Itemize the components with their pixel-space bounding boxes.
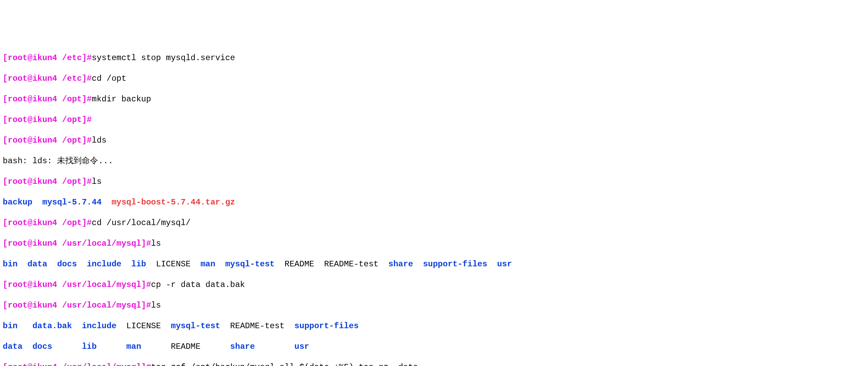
directory-item: backup xyxy=(3,198,32,207)
directory-item: data xyxy=(3,342,23,351)
directory-item: usr xyxy=(497,259,512,269)
prompt: [root@ikun4 /opt]# xyxy=(3,218,92,228)
directory-item: man xyxy=(200,259,215,269)
terminal-line: [root@ikun4 /opt]#mkdir backup xyxy=(3,94,865,104)
directory-item: mysql-test xyxy=(171,321,220,331)
terminal-line: [root@ikun4 /etc]#systemctl stop mysqld.… xyxy=(3,53,865,63)
command-text: cd /usr/local/mysql/ xyxy=(92,218,190,228)
command-text: mkdir backup xyxy=(92,95,151,104)
file-item: README-test xyxy=(324,259,378,269)
command-text: ls xyxy=(151,239,161,248)
ls-output: bin data.bak include LICENSE mysql-test … xyxy=(3,321,865,331)
command-text: tar zcf /opt/backup/mysql_all_$(date +%F… xyxy=(151,363,418,366)
command-text: lds xyxy=(92,136,106,145)
terminal-line: [root@ikun4 /usr/local/mysql]#ls xyxy=(3,300,865,311)
terminal-line: [root@ikun4 /opt]#ls xyxy=(3,177,865,187)
prompt: [root@ikun4 /etc]# xyxy=(3,74,92,83)
terminal-line: [root@ikun4 /opt]# xyxy=(3,115,865,125)
terminal-line: [root@ikun4 /usr/local/mysql]#cp -r data… xyxy=(3,280,865,290)
directory-item: mysql-5.7.44 xyxy=(42,198,102,207)
command-text: cd /opt xyxy=(92,74,126,83)
ls-output: bin data docs include lib LICENSE man my… xyxy=(3,259,865,269)
bash-error: bash: lds: 未找到命令... xyxy=(3,156,865,166)
prompt: [root@ikun4 /opt]# xyxy=(3,115,92,124)
command-text: ls xyxy=(92,177,102,186)
file-item: README-test xyxy=(230,321,285,331)
directory-item: include xyxy=(82,321,116,331)
directory-item: man xyxy=(126,342,141,351)
directory-item: docs xyxy=(57,259,77,269)
directory-item: support-files xyxy=(423,259,487,269)
file-item: LICENSE xyxy=(126,321,161,331)
file-item: README xyxy=(171,342,200,351)
directory-item: bin xyxy=(3,321,18,331)
directory-item: share xyxy=(389,259,413,269)
prompt: [root@ikun4 /usr/local/mysql]# xyxy=(3,301,151,310)
directory-item: support-files xyxy=(294,321,359,331)
directory-item: lib xyxy=(82,342,96,351)
prompt: [root@ikun4 /opt]# xyxy=(3,95,92,104)
file-item: README xyxy=(285,259,314,269)
directory-item: data xyxy=(27,259,47,269)
directory-item: mysql-test xyxy=(225,259,275,269)
terminal-line: [root@ikun4 /etc]#cd /opt xyxy=(3,74,865,84)
directory-item: bin xyxy=(3,259,18,269)
prompt: [root@ikun4 /usr/local/mysql]# xyxy=(3,239,151,248)
archive-item: mysql-boost-5.7.44.tar.gz xyxy=(112,198,235,207)
directory-item: include xyxy=(87,259,121,269)
file-item: LICENSE xyxy=(156,259,191,269)
ls-output: data docs lib man README share usr xyxy=(3,342,865,352)
directory-item: lib xyxy=(131,259,146,269)
terminal-line: [root@ikun4 /usr/local/mysql]#tar zcf /o… xyxy=(3,362,865,366)
directory-item: data.bak xyxy=(32,321,72,331)
prompt: [root@ikun4 /etc]# xyxy=(3,53,92,63)
terminal-output[interactable]: [root@ikun4 /etc]#systemctl stop mysqld.… xyxy=(3,43,865,366)
prompt: [root@ikun4 /usr/local/mysql]# xyxy=(3,280,151,289)
directory-item: usr xyxy=(294,342,309,351)
terminal-line: [root@ikun4 /usr/local/mysql]#ls xyxy=(3,239,865,249)
directory-item: docs xyxy=(32,342,52,351)
terminal-line: [root@ikun4 /opt]#cd /usr/local/mysql/ xyxy=(3,218,865,228)
prompt: [root@ikun4 /usr/local/mysql]# xyxy=(3,363,151,366)
terminal-line: [root@ikun4 /opt]#lds xyxy=(3,135,865,146)
command-text: ls xyxy=(151,301,161,310)
command-text: cp -r data data.bak xyxy=(151,280,245,289)
prompt: [root@ikun4 /opt]# xyxy=(3,136,92,145)
prompt: [root@ikun4 /opt]# xyxy=(3,177,92,186)
directory-item: share xyxy=(230,342,255,351)
command-text: systemctl stop mysqld.service xyxy=(92,53,235,63)
ls-output: backup mysql-5.7.44 mysql-boost-5.7.44.t… xyxy=(3,197,865,208)
